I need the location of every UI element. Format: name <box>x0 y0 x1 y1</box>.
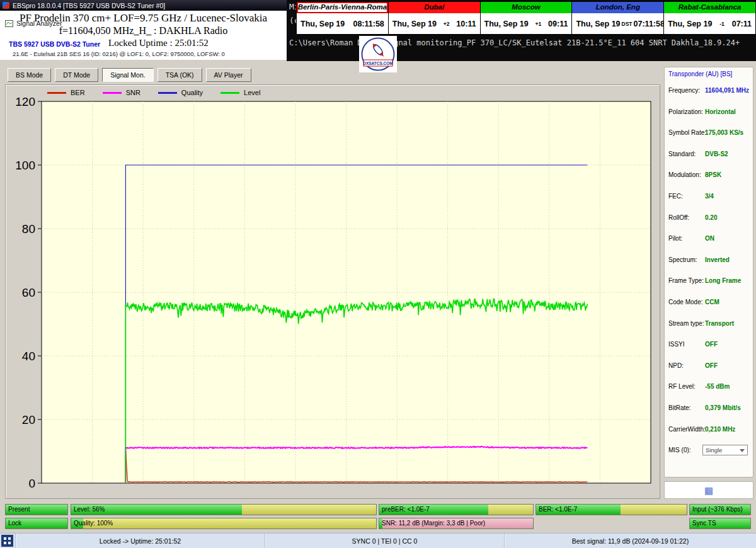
clock-moscow: MoscowThu, Sep 19+109:11 <box>481 2 573 34</box>
dxsatcs-logo: DXSATCS.COM <box>359 36 397 72</box>
tp-label: Symbol Rate: <box>668 129 706 136</box>
tp-value: 175,003 KS/s <box>705 129 743 136</box>
tp-label: Code Mode: <box>668 299 702 305</box>
ebspro-titlebar[interactable]: EBSpro 18.0.0.4 [TBS 5927 USB DVB-S2 Tun… <box>0 0 287 11</box>
clock-date: Thu, Sep 19 <box>301 20 345 28</box>
tp-row-modulation: Modulation:8PSK <box>665 169 753 191</box>
satellite-info: 21.6E - Eutelsat 21B SES 16 (ID: 0216) @… <box>13 50 225 57</box>
clock-offset: +1 <box>536 21 542 27</box>
tp-label: Modulation: <box>668 171 701 178</box>
clock-london: London, EngThu, Sep 19DST07:11:58 <box>572 2 664 34</box>
tp-value: Horizontal <box>705 108 736 115</box>
tp-value: 3/4 <box>705 193 714 200</box>
tp-value: CCM <box>705 299 719 305</box>
clock-date: Thu, Sep 19 <box>576 20 620 28</box>
clock-rabat-casablanca: Rabat-CasablancaThu, Sep 19-107:11 <box>664 2 755 34</box>
clock-time-value: Thu, Sep 19DST07:11:58 <box>572 13 663 34</box>
status-snr: SNR: 11,2 dB (Margin: 3,3 dB | Poor) <box>379 518 534 529</box>
tp-row-rf-level: RF Level:-55 dBm <box>665 381 753 402</box>
tuner-name: TBS 5927 USB DVB-S2 Tuner <box>9 40 100 48</box>
tp-label: Stream type: <box>668 320 704 327</box>
tab-dt-mode[interactable]: DT Mode <box>55 68 98 82</box>
transponder-rows: Frequency:11604,091 MHzPolarization:Hori… <box>665 85 753 466</box>
tp-row-polarization: Polarization:Horizontal <box>665 106 753 128</box>
tab-av-player[interactable]: AV Player <box>206 68 251 82</box>
tab-bs-mode[interactable]: BS Mode <box>8 68 51 82</box>
tp-row-stream-type: Stream type:Transport <box>665 318 753 340</box>
status-present: Present <box>5 504 68 515</box>
status-label: BER: <1.0E-7 <box>539 506 577 513</box>
tp-row-frame-type: Frame Type:Long Frame <box>665 275 753 297</box>
status-label: preBER: <1.0E-7 <box>382 506 430 513</box>
legend-label: Quality <box>181 89 203 96</box>
tp-label: ISSYI <box>668 341 685 348</box>
clock-time-text: 08:11:58 <box>353 20 384 28</box>
tp-value: DVB-S2 <box>705 151 728 157</box>
transponder-title: Transponder (AU) [BS] <box>665 67 753 77</box>
clock-offset: +2 <box>444 21 450 27</box>
tp-row-npd: NPD:OFF <box>665 360 753 382</box>
tp-label: Standard: <box>668 151 696 157</box>
tp-label: MIS (0): <box>668 447 691 454</box>
tp-row-pilot: Pilot:ON <box>665 233 753 254</box>
status-level: Level: 56% <box>71 504 377 515</box>
tp-label: Polarization: <box>668 108 703 115</box>
legend-item-level: Level <box>220 89 260 96</box>
tab-signal-mon[interactable]: Signal Mon. <box>102 68 153 82</box>
tp-value: 0.20 <box>705 214 717 221</box>
tp-label: CarrierWidth: <box>668 426 706 433</box>
svg-text:100: 100 <box>15 159 35 172</box>
signal-analyzer-icon <box>5 20 13 27</box>
chart-plot: 020406080100120 <box>6 85 660 498</box>
clock-city-label: Moscow <box>481 2 572 13</box>
mis-select[interactable]: Single <box>702 445 748 455</box>
tp-row-spectrum: Spectrum:Inverted <box>665 254 753 276</box>
svg-text:60: 60 <box>22 286 35 299</box>
status-lock: Lock <box>5 518 68 529</box>
rocket-logo-icon: DXSATCS.COM <box>360 37 396 72</box>
legend-item-snr: SNR <box>103 89 140 96</box>
tp-row-frequency: Frequency:11604,091 MHz <box>665 85 753 106</box>
tp-label: RollOff: <box>668 214 689 221</box>
status-label: Level: 56% <box>74 506 105 513</box>
status-label: Input (~376 Kbps) <box>692 506 743 513</box>
window-title: EBSpro 18.0.0.4 [TBS 5927 USB DVB-S2 Tun… <box>13 2 165 9</box>
clock-time-value: Thu, Sep 1908:11:58 <box>297 13 388 34</box>
legend-label: SNR <box>126 89 140 96</box>
status-sync-ts: Sync TS <box>689 518 751 529</box>
tp-row-bitrate: BitRate:0,379 Mbit/s <box>665 402 753 424</box>
tp-row-carrierwidth: CarrierWidth:0,210 MHz <box>665 424 753 445</box>
legend-item-quality: Quality <box>158 89 203 96</box>
clock-time-value: Thu, Sep 19+210:11 <box>389 13 480 34</box>
signal-chart: 020406080100120 BERSNRQualityLevel <box>5 84 660 499</box>
tp-label: FEC: <box>668 193 683 200</box>
clock-time-value: Thu, Sep 19-107:11 <box>664 13 755 34</box>
statusbar-uptime: Locked -> Uptime: 25:01:52 <box>15 534 265 548</box>
status-quality: Quality: 100% <box>71 518 377 529</box>
tp-value: 11604,091 MHz <box>705 87 749 94</box>
tp-value: OFF <box>705 341 718 348</box>
svg-text:20: 20 <box>22 413 35 426</box>
statusbar: Locked -> Uptime: 25:01:52 SYNC 0 | TEI … <box>0 533 756 548</box>
statusbar-counters: SYNC 0 | TEI 0 | CC 0 <box>265 534 504 548</box>
panel-footer-button[interactable]: ▦ <box>664 481 753 499</box>
status-preber: preBER: <1.0E-7 <box>379 504 534 515</box>
status-label: Present <box>8 506 30 513</box>
status-input: Input (~376 Kbps) <box>689 504 751 515</box>
svg-text:0: 0 <box>28 477 35 490</box>
tp-value: 8PSK <box>705 171 721 178</box>
app-icon <box>3 2 9 9</box>
tp-value: Inverted <box>705 256 730 263</box>
legend-swatch <box>103 92 122 94</box>
world-clock[interactable]: Berlin-Paris-Vienna-RomaThu, Sep 1908:11… <box>296 1 756 35</box>
tp-label: Frequency: <box>668 87 700 94</box>
screen: EBSpro 18.0.0.4 [TBS 5927 USB DVB-S2 Tun… <box>0 0 756 548</box>
legend-swatch <box>158 92 177 94</box>
legend-label: BER <box>71 89 85 96</box>
status-label: Quality: 100% <box>74 520 113 527</box>
svg-text:80: 80 <box>22 222 35 236</box>
status-label: SNR: 11,2 dB (Margin: 3,3 dB | Poor) <box>382 520 485 527</box>
tab-tsa[interactable]: TSA (OK) <box>158 68 202 82</box>
svg-text:120: 120 <box>15 95 35 108</box>
legend-swatch <box>220 92 239 94</box>
